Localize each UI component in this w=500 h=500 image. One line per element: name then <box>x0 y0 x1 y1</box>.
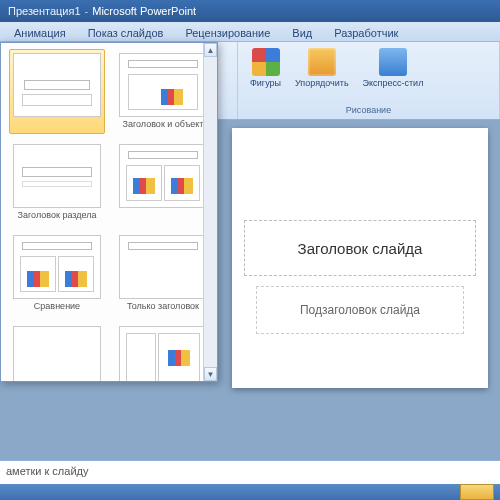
layout-item-two-content[interactable] <box>115 140 211 225</box>
layout-item-blank[interactable] <box>9 322 105 382</box>
ribbon-tabs: Анимация Показ слайдов Рецензирование Ви… <box>0 22 500 42</box>
slide-title-placeholder[interactable]: Заголовок слайда <box>244 220 476 276</box>
app-title: Microsoft PowerPoint <box>92 5 196 17</box>
titlebar: Презентация1 - Microsoft PowerPoint <box>0 0 500 22</box>
tab-slideshow[interactable]: Показ слайдов <box>84 25 168 41</box>
layout-thumb <box>119 144 207 208</box>
doc-title: Презентация1 <box>8 5 81 17</box>
status-bar <box>0 484 500 500</box>
tab-review[interactable]: Рецензирование <box>181 25 274 41</box>
layout-item-content-caption[interactable]: Объект с подписью <box>115 322 211 382</box>
shapes-button[interactable]: Фигуры <box>244 46 287 90</box>
arrange-button[interactable]: Упорядочить <box>289 46 355 90</box>
slide-canvas[interactable]: Заголовок слайда Подзаголовок слайда <box>232 128 488 388</box>
slide-subtitle-placeholder[interactable]: Подзаголовок слайда <box>256 286 464 334</box>
shapes-icon <box>252 48 280 76</box>
layout-thumb <box>119 53 207 117</box>
layout-thumb <box>119 235 207 299</box>
tab-developer[interactable]: Разработчик <box>330 25 402 41</box>
arrange-icon <box>308 48 336 76</box>
group-drawing: Фигуры Упорядочить Экспресс-стил Рисован… <box>238 42 500 119</box>
title-sep: - <box>85 5 89 17</box>
layout-item-title-slide[interactable] <box>9 49 105 134</box>
layout-item-title-content[interactable]: Заголовок и объект <box>115 49 211 134</box>
scroll-down-icon[interactable]: ▼ <box>204 367 217 381</box>
flyout-scrollbar[interactable]: ▲ ▼ <box>203 43 217 381</box>
layout-label: Заголовок раздела <box>18 211 97 221</box>
layout-item-comparison[interactable]: Сравнение <box>9 231 105 316</box>
group-label-drawing: Рисование <box>244 105 493 115</box>
tab-animation[interactable]: Анимация <box>10 25 70 41</box>
notes-pane[interactable]: аметки к слайду <box>0 460 500 484</box>
quick-styles-button[interactable]: Экспресс-стил <box>357 46 430 90</box>
layout-label: Заголовок и объект <box>123 120 204 130</box>
shapes-label: Фигуры <box>250 78 281 88</box>
layout-item-title-only[interactable]: Только заголовок <box>115 231 211 316</box>
arrange-label: Упорядочить <box>295 78 349 88</box>
layout-gallery-flyout: Заголовок и объект Заголовок раздела <box>0 42 218 382</box>
layout-label: Только заголовок <box>127 302 199 312</box>
scroll-up-icon[interactable]: ▲ <box>204 43 217 57</box>
layout-item-section-header[interactable]: Заголовок раздела <box>9 140 105 225</box>
layout-thumb <box>13 53 101 117</box>
layout-thumb <box>13 235 101 299</box>
layout-thumb <box>119 326 207 382</box>
layout-thumb <box>13 326 101 382</box>
layout-label: Сравнение <box>34 302 80 312</box>
quick-styles-label: Экспресс-стил <box>363 78 424 88</box>
tab-view[interactable]: Вид <box>288 25 316 41</box>
layout-thumb <box>13 144 101 208</box>
quick-styles-icon <box>379 48 407 76</box>
taskbar-app-icon[interactable] <box>460 484 494 500</box>
